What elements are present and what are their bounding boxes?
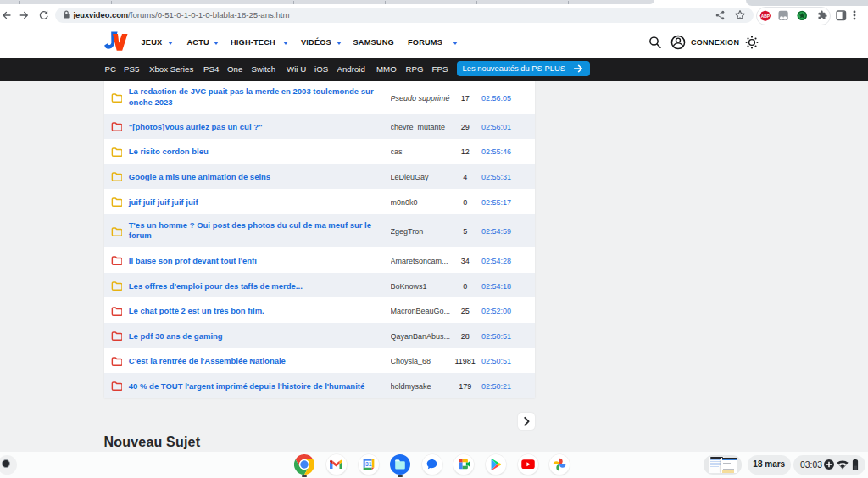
- svg-text:ABP: ABP: [761, 14, 771, 19]
- svg-text:31: 31: [364, 461, 371, 467]
